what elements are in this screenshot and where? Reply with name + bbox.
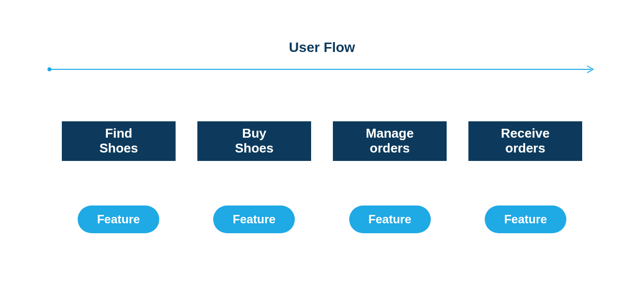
feature-label: Feature <box>368 212 412 226</box>
feature-pill: Feature <box>78 205 159 233</box>
step-label: BuyShoes <box>235 126 274 156</box>
diagram-title: User Flow <box>47 40 597 55</box>
diagram-container: User Flow FindShoes BuyShoes Manageorder… <box>0 0 644 308</box>
steps-row: FindShoes BuyShoes Manageorders Receiveo… <box>47 121 597 161</box>
feature-pill: Feature <box>485 205 566 233</box>
features-row: Feature Feature Feature Feature <box>47 205 597 233</box>
step-label: Receiveorders <box>501 126 550 156</box>
feature-label: Feature <box>504 212 547 226</box>
feature-label: Feature <box>232 212 276 226</box>
flow-arrow <box>47 64 597 74</box>
step-label: FindShoes <box>99 126 138 156</box>
step-box-find-shoes: FindShoes <box>62 121 176 161</box>
feature-pill: Feature <box>213 205 295 233</box>
arrow-icon <box>47 64 597 74</box>
feature-pill: Feature <box>349 205 431 233</box>
step-box-receive-orders: Receiveorders <box>468 121 582 161</box>
step-box-manage-orders: Manageorders <box>333 121 447 161</box>
step-box-buy-shoes: BuyShoes <box>197 121 311 161</box>
feature-label: Feature <box>97 212 140 226</box>
step-label: Manageorders <box>366 126 414 156</box>
